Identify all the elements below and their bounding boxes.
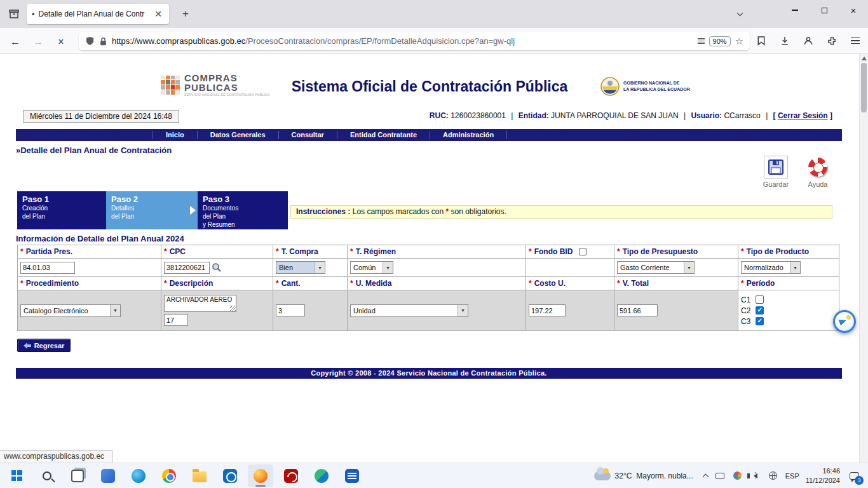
step-2-active[interactable]: Paso 2 Detalles del Plan xyxy=(106,191,198,229)
cant-input[interactable] xyxy=(276,304,305,316)
floating-capture-widget[interactable] xyxy=(833,310,856,333)
new-tab-button[interactable]: + xyxy=(178,6,193,22)
url-text: https://www.compraspublicas.gob.ec/Proce… xyxy=(112,36,693,46)
cpc-search-icon[interactable] xyxy=(212,262,222,273)
maximize-button[interactable] xyxy=(810,0,839,20)
volume-icon[interactable] xyxy=(750,471,761,481)
partida-input[interactable] xyxy=(20,262,75,274)
cell-fondo-bid xyxy=(526,259,614,277)
descripcion-textarea[interactable]: ARCHIVADOR AEREO xyxy=(164,295,236,312)
cell-procedimiento: Catalogo Electrónico▼ xyxy=(18,290,161,331)
acrobat-icon xyxy=(284,469,298,483)
word-button[interactable] xyxy=(339,464,365,487)
resize-grip-icon[interactable] xyxy=(230,306,236,311)
periodo-row-c2: C2 xyxy=(741,306,764,315)
cell-v-total xyxy=(614,290,738,331)
nav-item-datos-generales[interactable]: Datos Generales xyxy=(197,131,278,139)
scroll-up-icon[interactable] xyxy=(862,57,867,60)
stop-button[interactable]: × xyxy=(52,33,70,51)
nav-item-administracion[interactable]: Administración xyxy=(430,131,507,139)
file-explorer-button[interactable] xyxy=(187,464,212,487)
color-app-tray-icon[interactable] xyxy=(732,471,743,481)
tab-indicator-dot: • xyxy=(32,10,35,19)
session-info: RUC: 1260023860001 | Entidad: JUNTA PARR… xyxy=(430,111,832,120)
language-indicator[interactable]: ESP xyxy=(785,472,799,480)
step-1[interactable]: Paso 1 Creación del Plan xyxy=(17,191,106,229)
url-path: /ProcesoContratacion/compras/EP/formDeta… xyxy=(245,36,515,46)
step-3[interactable]: Paso 3 Documentos del Plan y Resumen xyxy=(198,191,288,229)
regresar-button[interactable]: Regresar xyxy=(17,339,71,352)
browser-tab[interactable]: • Detalle del Plan Anual de Contr ✕ xyxy=(27,4,169,24)
hidden-icons-chevron[interactable] xyxy=(702,473,709,480)
list-all-tabs-icon[interactable] xyxy=(732,8,747,20)
shield-icon[interactable] xyxy=(85,36,95,46)
tab-close-icon[interactable]: ✕ xyxy=(153,9,164,19)
menu-icon[interactable] xyxy=(846,32,864,50)
lock-icon[interactable] xyxy=(99,37,107,46)
word-icon xyxy=(345,469,359,483)
edge-button[interactable] xyxy=(126,464,151,487)
downloads-icon[interactable] xyxy=(776,32,794,50)
firefox-button[interactable] xyxy=(248,464,273,487)
close-button[interactable]: × xyxy=(839,0,868,20)
forward-button[interactable]: → xyxy=(29,33,47,51)
nav-item-consultar[interactable]: Consultar xyxy=(278,131,337,139)
pocket-icon[interactable] xyxy=(752,32,770,50)
government-logo: GOBIERNO NACIONAL DE LA REPUBLICA DEL EC… xyxy=(600,77,690,96)
tipo-presupuesto-select[interactable]: Gasto Corriente▼ xyxy=(617,261,695,274)
nav-item-entidad-contratante[interactable]: Entidad Contratante xyxy=(337,131,430,139)
v-total-input[interactable] xyxy=(617,304,658,316)
reader-view-icon[interactable] xyxy=(698,38,705,44)
task-view-button[interactable] xyxy=(65,464,90,487)
descripcion-extra-input[interactable] xyxy=(164,314,188,326)
c3-checkbox[interactable] xyxy=(756,317,764,325)
cell-descripcion: ARCHIVADOR AEREO xyxy=(161,290,273,331)
url-bar[interactable]: https://www.compraspublicas.gob.ec/Proce… xyxy=(79,32,750,50)
browser-tab-bar: • Detalle del Plan Anual de Contr ✕ + × xyxy=(0,0,868,28)
extensions-icon[interactable] xyxy=(823,32,841,50)
minimize-button[interactable] xyxy=(780,0,810,20)
t-regimen-select[interactable]: Común▼ xyxy=(350,261,393,274)
weather-widget[interactable]: 32°C Mayorm. nubla... xyxy=(590,470,697,482)
tipo-producto-select[interactable]: Normalizado▼ xyxy=(741,261,801,274)
taskbar-search-button[interactable] xyxy=(34,464,60,487)
account-icon[interactable] xyxy=(799,32,817,50)
outlook-button[interactable] xyxy=(217,464,243,487)
u-medida-select[interactable]: Unidad▼ xyxy=(350,304,468,317)
save-floppy-icon[interactable] xyxy=(764,156,788,179)
nav-item-inicio[interactable]: Inicio xyxy=(153,131,197,139)
guardar-button[interactable]: Guardar xyxy=(759,156,793,188)
cpc-input[interactable] xyxy=(164,262,210,274)
t-compra-select[interactable]: Bien▼ xyxy=(276,261,325,274)
capture-tool-icon xyxy=(315,469,329,483)
logout-link[interactable]: Cerrar Sesión xyxy=(778,111,828,120)
cell-tipo-presupuesto: Gasto Corriente▼ xyxy=(614,259,738,277)
procedimiento-select[interactable]: Catalogo Electrónico▼ xyxy=(20,304,121,317)
clock-widget[interactable]: 16:46 11/12/2024 xyxy=(806,466,840,485)
main-navigation: Inicio Datos Generales Consultar Entidad… xyxy=(16,129,842,141)
fondo-bid-checkbox[interactable] xyxy=(579,248,587,255)
acrobat-button[interactable] xyxy=(278,464,304,487)
browser-toolbar: ← → × https://www.compraspublicas.gob.ec… xyxy=(0,28,868,54)
costo-u-input[interactable] xyxy=(529,304,566,316)
back-button[interactable]: ← xyxy=(6,33,24,51)
network-icon[interactable] xyxy=(768,471,779,481)
library-icon[interactable] xyxy=(5,5,23,23)
help-lifebuoy-icon[interactable] xyxy=(806,156,830,179)
status-link-tooltip: www.compraspublicas.gob.ec xyxy=(0,450,112,463)
display-tray-icon[interactable] xyxy=(714,471,726,481)
widgets-button[interactable] xyxy=(95,464,121,487)
start-button[interactable] xyxy=(4,464,29,487)
c1-checkbox[interactable] xyxy=(756,295,764,304)
ecuador-seal-icon xyxy=(600,77,620,96)
capture-tool-button[interactable] xyxy=(309,464,334,487)
chrome-button[interactable] xyxy=(156,464,182,487)
scrollbar-thumb[interactable] xyxy=(861,63,867,112)
header-fondo-bid: *Fondo BID xyxy=(526,245,614,259)
page-scrollbar[interactable] xyxy=(859,54,868,463)
bookmark-star-icon[interactable]: ☆ xyxy=(735,36,743,47)
notification-center-button[interactable]: 3 xyxy=(846,468,862,484)
ayuda-button[interactable]: Ayuda xyxy=(801,156,835,188)
c2-checkbox[interactable] xyxy=(756,306,764,315)
zoom-level-button[interactable]: 90% xyxy=(709,36,731,46)
